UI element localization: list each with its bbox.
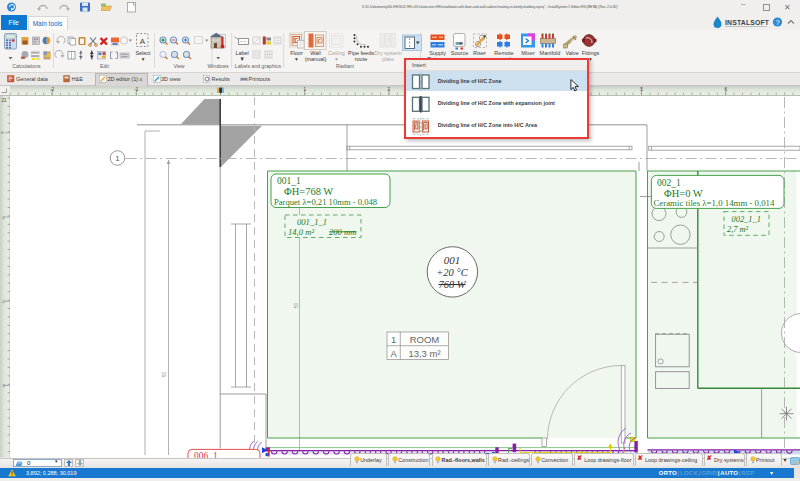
svg-text:001_1_1: 001_1_1 [297, 217, 327, 227]
svg-text:001: 001 [444, 254, 461, 266]
svg-text:INSTALSOFT: INSTALSOFT [725, 19, 770, 26]
svg-text:ROOM: ROOM [410, 334, 440, 345]
svg-text:?: ? [775, 18, 779, 27]
svg-text:ΦH=0 W: ΦH=0 W [664, 188, 703, 199]
svg-text:6: 6 [724, 87, 727, 92]
svg-text:50: 50 [162, 371, 167, 377]
svg-text:1: 1 [115, 154, 120, 163]
svg-text:002_1_1: 002_1_1 [732, 215, 761, 224]
svg-text:5: 5 [640, 87, 643, 92]
svg-text:21: 21 [2, 98, 8, 103]
svg-text:002_1: 002_1 [657, 178, 681, 188]
svg-text:+20 °C: +20 °C [436, 267, 468, 278]
svg-text:-1: -1 [134, 87, 139, 92]
svg-text:ΦH=768 W: ΦH=768 W [284, 186, 333, 197]
svg-text:13,3 m²: 13,3 m² [408, 348, 440, 359]
svg-text:001_1: 001_1 [277, 176, 301, 186]
svg-text:200 mm: 200 mm [329, 227, 356, 237]
svg-text:2,7 m²: 2,7 m² [727, 225, 749, 234]
svg-text:A: A [140, 37, 146, 46]
svg-text:1: 1 [303, 87, 306, 92]
svg-text:Parquet λ=0,21 10mm - 0,048: Parquet λ=0,21 10mm - 0,048 [274, 197, 377, 207]
svg-text:1: 1 [391, 334, 396, 345]
svg-text:-2: -2 [50, 87, 55, 92]
svg-text:14,0 m²: 14,0 m² [288, 227, 314, 237]
svg-text:A: A [390, 348, 397, 359]
svg-text:50: 50 [294, 302, 299, 308]
svg-text:Ceramic tiles λ=1,0 14mm - 0,0: Ceramic tiles λ=1,0 14mm - 0,014 [654, 198, 775, 208]
svg-text:768 W: 768 W [438, 279, 466, 290]
svg-text:2: 2 [388, 87, 391, 92]
